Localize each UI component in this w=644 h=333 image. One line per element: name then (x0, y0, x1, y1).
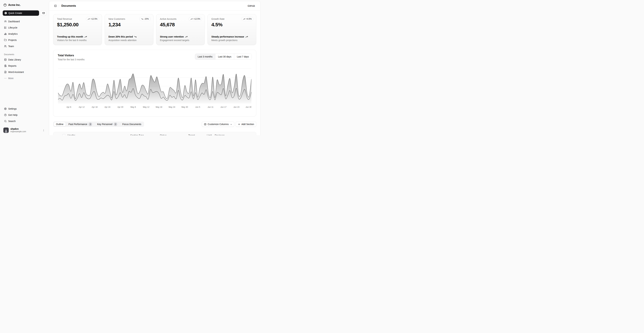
sidebar-item-get-help[interactable]: Get Help (3, 112, 46, 118)
trending-up-icon (185, 35, 188, 38)
customize-columns-button[interactable]: Customize Columns (202, 121, 234, 127)
range-option-last-7-days[interactable]: Last 7 days (234, 54, 252, 59)
visitors-chart-card: Total Visitors Total for the last 3 mont… (53, 50, 256, 116)
quick-create-button[interactable]: Quick Create (3, 10, 39, 16)
column-header-status: Status (160, 132, 166, 135)
stat-footer-title: Trending up this month (57, 35, 83, 38)
sidebar-item-data-library[interactable]: Data Library (3, 57, 46, 62)
sidebar-toggle-button[interactable] (53, 3, 58, 8)
dots-vertical-icon[interactable] (42, 128, 46, 132)
sidebar-item-word-assistant[interactable]: Word Assistant (3, 69, 46, 75)
stat-footer: Steady performance increaseMeets growth … (211, 35, 252, 41)
stat-trend-badge: +12.5% (189, 17, 202, 21)
mail-icon (42, 12, 45, 14)
select-all-checkbox[interactable] (62, 134, 65, 135)
sidebar-item-settings[interactable]: Settings (3, 106, 46, 111)
dots-icon (4, 77, 7, 80)
page-title: Documents (62, 4, 76, 7)
stat-footer: Strong user retentionEngagement exceed t… (160, 35, 201, 41)
main-panel: Documents GitHub Total Revenue+12.5%$1,2… (49, 1, 260, 135)
sidebar-item-lifecycle[interactable]: Lifecycle (3, 25, 46, 30)
chart-bar-icon (4, 32, 7, 35)
folder-icon (4, 39, 7, 41)
stat-badge-value: +4.5% (246, 18, 252, 20)
sidebar-item-team[interactable]: Team (3, 43, 46, 49)
plus-icon (238, 123, 240, 125)
user-name: shadcn (10, 128, 40, 131)
sections-table: HeaderSection TypeStatusTargetLimitRevie… (53, 132, 256, 135)
tab-count-badge: 2 (114, 122, 117, 126)
plus-icon (238, 123, 240, 125)
stat-trend-badge: +4.5% (241, 17, 254, 21)
x-axis-tick: May 12 (143, 106, 150, 108)
trending-up-icon (190, 18, 192, 20)
mail-icon (42, 12, 45, 14)
sidebar-item-projects[interactable]: Projects (3, 37, 46, 43)
stat-badge-value: +12.5% (193, 18, 200, 20)
user-menu[interactable]: shadcn m@example.com (3, 127, 46, 134)
stat-value: 45,678 (160, 22, 201, 27)
stat-footer: Trending up this monthVisitors for the l… (57, 35, 98, 41)
stat-footer-title: Down 20% this period (108, 35, 133, 38)
section-tabs: OutlinePast Performance3Key Personnel2Fo… (53, 121, 144, 127)
column-header-limit: Limit (207, 132, 212, 135)
columns-icon (204, 123, 206, 125)
inbox-button[interactable] (41, 10, 46, 16)
user-email: m@example.com (10, 130, 40, 133)
org-switcher[interactable]: Acme Inc. (3, 2, 46, 8)
sections-toolbar: OutlinePast Performance3Key Personnel2Fo… (53, 121, 256, 127)
range-option-last-3-months[interactable]: Last 3 months (195, 54, 215, 59)
sidebar-item-label: Analytics (8, 32, 18, 35)
list-details-icon (4, 26, 7, 29)
sidebar-item-reports[interactable]: Reports (3, 63, 46, 68)
stat-card-growth-rate: Growth Rate+4.5%4.5%Steady performance i… (208, 14, 256, 45)
sidebar-nav-footer: SettingsGet HelpSearch (3, 106, 46, 124)
range-option-last-30-days[interactable]: Last 30 days (215, 54, 234, 59)
tab-key-personnel[interactable]: Key Personnel2 (95, 122, 120, 126)
tab-outline[interactable]: Outline (54, 122, 66, 126)
sidebar-item-label: Reports (8, 64, 16, 67)
help-icon (4, 114, 7, 116)
x-axis-tick: Jun 17 (220, 106, 226, 108)
x-axis-tick: Jun 5 (195, 106, 200, 108)
file-word-icon (4, 71, 7, 73)
tab-count-badge: 3 (88, 122, 92, 126)
trending-down-icon (134, 35, 136, 38)
gauge-icon (4, 20, 7, 23)
sidebar-item-analytics[interactable]: Analytics (3, 31, 46, 36)
stat-card-new-customers: New Customers-20%1,234Down 20% this peri… (105, 14, 154, 45)
sidebar-item-search[interactable]: Search (3, 118, 46, 124)
date-range-toggle-group: Last 3 monthsLast 30 daysLast 7 days (195, 54, 252, 60)
content: Total Revenue+12.5%$1,250.00Trending up … (49, 11, 260, 135)
stat-footer-sub: Acquisition needs attention (108, 39, 150, 41)
add-section-label: Add Section (242, 123, 254, 125)
x-axis-tick: Apr 6 (66, 106, 71, 108)
x-axis-tick: May 30 (182, 106, 188, 108)
github-link[interactable]: GitHub (246, 3, 256, 8)
quick-create-label: Quick Create (8, 12, 22, 14)
tab-past-performance[interactable]: Past Performance3 (66, 122, 94, 126)
x-axis-tick: Apr 30 (118, 106, 123, 108)
column-header-header: Header (68, 132, 75, 135)
panel-left-icon (54, 4, 57, 7)
stat-footer-sub: Engagement exceed targets (160, 39, 201, 41)
gear-icon (4, 107, 7, 110)
add-section-button[interactable]: Add Section (236, 121, 256, 127)
stat-value: 1,234 (108, 22, 150, 27)
stat-footer: Down 20% this periodAcquisition needs at… (108, 35, 150, 41)
sidebar-item-dashboard[interactable]: Dashboard (3, 19, 46, 24)
area-chart-svg[interactable]: Apr 6Apr 12Apr 18Apr 24Apr 30May 6May 12… (58, 66, 252, 109)
stat-trend-badge: +12.5% (86, 17, 99, 21)
sidebar-item-label: Get Help (8, 114, 18, 116)
x-axis-tick: Apr 18 (92, 106, 98, 108)
sidebar-item-more[interactable]: More (3, 76, 46, 81)
stat-footer-sub: Meets growth projections (211, 39, 252, 41)
tab-focus-documents[interactable]: Focus Documents (120, 122, 144, 126)
user-silhouette-icon (4, 129, 8, 133)
sidebar-item-label: Team (8, 45, 14, 48)
visitors-area-chart[interactable]: Apr 6Apr 12Apr 18Apr 24Apr 30May 6May 12… (58, 66, 252, 109)
x-axis-tick: May 6 (130, 106, 136, 108)
columns-icon (204, 123, 206, 125)
x-axis-tick: Apr 24 (104, 106, 110, 108)
quick-create-row: Quick Create (3, 10, 46, 16)
